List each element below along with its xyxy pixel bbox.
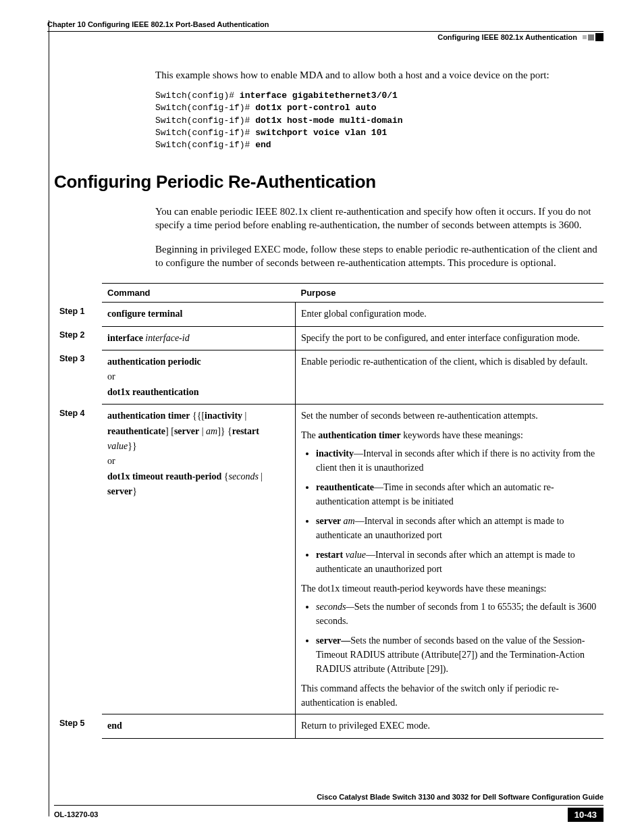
- header-decoration-icon: [583, 33, 603, 41]
- section-header-right: Configuring IEEE 802.1x Authentication: [437, 33, 577, 41]
- footer-doc-number: OL-13270-03: [54, 810, 98, 818]
- table-row: Step 2 interface interface-id Specify th…: [54, 326, 603, 350]
- table-row: Step 3 authentication periodic or dot1x …: [54, 350, 603, 404]
- code-example: Switch(config)# interface gigabitetherne…: [155, 90, 603, 151]
- col-command: Command: [102, 284, 296, 303]
- page-number: 10-43: [568, 808, 603, 822]
- paragraph-2: Beginning in privileged EXEC mode, follo…: [155, 242, 603, 270]
- table-row: Step 4 authentication timer {{[inactivit…: [54, 405, 603, 714]
- table-row: Step 5 end Return to privileged EXEC mod…: [54, 714, 603, 738]
- page-footer: Cisco Catalyst Blade Switch 3130 and 303…: [54, 793, 603, 822]
- table-row: Step 1 configure terminal Enter global c…: [54, 303, 603, 326]
- col-purpose: Purpose: [296, 284, 604, 303]
- section-heading: Configuring Periodic Re-Authentication: [54, 172, 603, 192]
- intro-paragraph: This example shows how to enable MDA and…: [155, 68, 603, 82]
- steps-table: Command Purpose Step 1 configure termina…: [54, 283, 603, 738]
- paragraph-1: You can enable periodic IEEE 802.1x clie…: [155, 205, 603, 232]
- footer-book-title: Cisco Catalyst Blade Switch 3130 and 303…: [54, 793, 603, 801]
- chapter-header: Chapter 10 Configuring IEEE 802.1x Port-…: [47, 20, 603, 28]
